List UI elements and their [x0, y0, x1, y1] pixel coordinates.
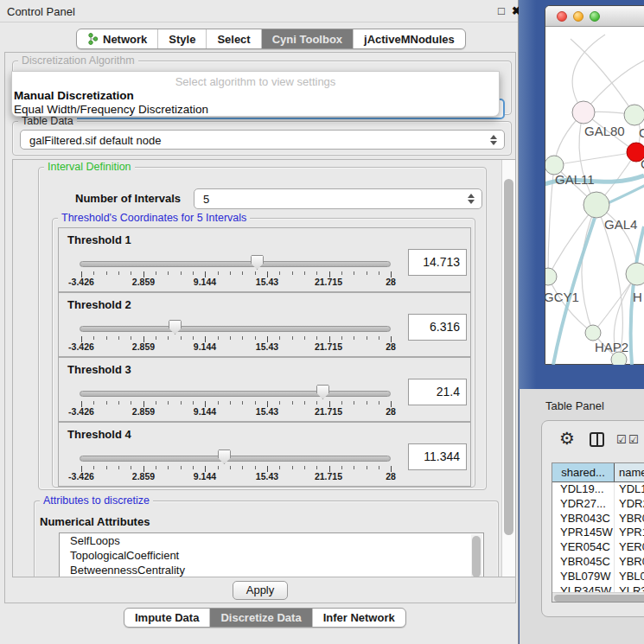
tab-network[interactable]: Network [77, 29, 158, 48]
table-horizontal-scrollbar[interactable] [552, 592, 644, 602]
threshold-2-value-field[interactable]: 6.316 [408, 314, 467, 341]
node-hap2[interactable] [585, 325, 601, 341]
checkbox-icon[interactable]: ☑ [628, 433, 639, 446]
dropdown-option-equal-width[interactable]: Equal Width/Frequency Discretization [14, 103, 208, 116]
threshold-3-value-field[interactable]: 21.4 [408, 379, 467, 405]
thresholds-title: Threshold's Coordinates for 5 Intervals [58, 212, 250, 224]
number-of-intervals-value: 5 [203, 193, 209, 206]
tick-labels: -3.426 2.859 9.144 15.43 21.715 28 [59, 406, 470, 418]
cell: YDR2 [615, 497, 644, 512]
table-data-title: Table Data [18, 115, 77, 127]
minimize-traffic-light[interactable] [573, 11, 583, 22]
threshold-4-value-field[interactable]: 11.344 [408, 443, 467, 470]
tab-impute-data[interactable]: Impute Data [124, 609, 210, 627]
tab-style-label: Style [169, 33, 195, 46]
cell: YDR27... [552, 497, 615, 512]
gear-icon[interactable]: ⚙ [559, 428, 575, 449]
tick-label: 2.859 [132, 277, 155, 287]
node-label-c: C [641, 156, 644, 171]
tab-style[interactable]: Style [158, 29, 207, 48]
tab-discretize-data[interactable]: Discretize Data [210, 609, 312, 627]
tab-cyni-toolbox[interactable]: Cyni Toolbox [262, 29, 354, 48]
threshold-4-box: Threshold 4 -3.426 2.859 9.144 15.43 21.… [58, 422, 471, 487]
number-of-intervals-combobox[interactable]: 5 [194, 188, 482, 209]
tick-labels: -3.426 2.859 9.144 15.43 21.715 28 [59, 277, 470, 289]
node-gal4[interactable] [583, 192, 609, 218]
table-row[interactable]: YER054CYER0 [552, 540, 644, 555]
threshold-2-slider-thumb[interactable] [169, 320, 182, 335]
algorithm-dropdown-popup: Select algorithm to view settings Manual… [11, 71, 500, 117]
discretization-algorithm-title: Discretization Algorithm [18, 54, 138, 67]
float-window-icon[interactable]: □ [498, 4, 505, 17]
close-traffic-light[interactable] [557, 11, 567, 22]
threshold-3-slider-thumb[interactable] [316, 385, 329, 399]
tick-label: 21.715 [315, 471, 342, 481]
threshold-1-slider-track[interactable] [80, 261, 391, 267]
list-item[interactable]: BetweennessCentrality [60, 563, 483, 577]
network-canvas[interactable]: GAL80 GA C GAL11 GAL4 GCY1 H HAP2 [545, 26, 644, 365]
tick-label: 2.859 [132, 341, 155, 352]
settings-vertical-scrollbar[interactable] [501, 160, 515, 577]
apply-button[interactable]: Apply [233, 581, 288, 600]
threshold-4-slider-track[interactable] [80, 456, 391, 462]
table-row[interactable]: YDL19...YDL1 [552, 482, 644, 497]
threshold-4-slider-thumb[interactable] [218, 450, 231, 464]
threshold-2-label: Threshold 2 [67, 298, 131, 311]
column-header-shared[interactable]: shared... [552, 463, 615, 481]
control-panel-titlebar: Control Panel □ ✖ [0, 0, 518, 22]
list-item[interactable]: SelfLoops [60, 533, 483, 548]
node-label-ga: GA [639, 125, 644, 140]
tick-label: -3.426 [68, 341, 94, 352]
tick-label: 15.43 [256, 341, 278, 352]
table-row[interactable]: YPR145WYPR1 [552, 526, 644, 540]
list-item[interactable]: TopologicalCoefficient [60, 548, 483, 563]
node-h[interactable] [626, 263, 644, 285]
dropdown-prompt-option[interactable]: Select algorithm to view settings [12, 75, 499, 88]
table-row[interactable]: YBR043CYBR0 [552, 512, 644, 526]
settings-scroll-pane: Interval Definition Number of Intervals … [12, 159, 516, 577]
tick-label: 28 [386, 471, 396, 481]
table-data-combobox[interactable]: galFiltered.sif default node [20, 130, 505, 150]
cell: YER0 [615, 540, 644, 555]
tick-label: 2.859 [132, 471, 155, 481]
node-label-gal11: GAL11 [555, 172, 595, 187]
combo-arrows-icon [468, 194, 475, 204]
threshold-2-box: Threshold 2 -3.426 2.859 9.144 15.43 21.… [58, 292, 471, 357]
threshold-3-slider-track[interactable] [80, 391, 391, 397]
dropdown-option-manual[interactable]: Manual Discretization [14, 89, 134, 102]
node-top-right[interactable] [624, 105, 644, 125]
numerical-attributes-label: Numerical Attributes [40, 515, 150, 528]
table-data-selected: galFiltered.sif default node [29, 134, 161, 147]
table-row[interactable]: YBR045CYBR0 [552, 555, 644, 570]
table-row[interactable]: YDR27...YDR2 [552, 497, 644, 512]
node-gcy1[interactable] [545, 268, 557, 285]
cell: YBR045C [552, 555, 615, 570]
cell: YBL079W [552, 570, 615, 584]
bottom-tab-bar: Impute Data Discretize Data Infer Networ… [124, 608, 406, 628]
node-gal80[interactable] [572, 101, 595, 124]
threshold-1-box: Threshold 1 -3.426 2.859 9.144 15.43 21.… [58, 227, 471, 292]
threshold-1-slider-thumb[interactable] [251, 255, 264, 270]
tick-label: 21.715 [315, 277, 342, 287]
threshold-1-label: Threshold 1 [67, 233, 131, 246]
columns-icon[interactable] [590, 432, 604, 447]
thresholds-group: Threshold's Coordinates for 5 Intervals … [52, 218, 475, 488]
threshold-1-value-field[interactable]: 14.713 [408, 249, 467, 276]
list-scrollbar[interactable] [471, 534, 482, 577]
attributes-title: Attributes to discretize [40, 494, 153, 507]
zoom-traffic-light[interactable] [590, 11, 600, 22]
cell: YER054C [552, 540, 615, 555]
network-icon [87, 33, 99, 45]
checkbox-icon[interactable]: ☑ [616, 433, 627, 446]
tab-infer-network-label: Infer Network [323, 611, 395, 624]
tab-jactivemnodules[interactable]: jActiveMNodules [354, 29, 465, 48]
node-label-h: H [633, 290, 642, 304]
table-data-group: Table Data galFiltered.sif default node [12, 121, 512, 156]
cell: YBR043C [552, 512, 615, 526]
column-header-name[interactable]: name [615, 463, 644, 481]
tab-infer-network[interactable]: Infer Network [313, 609, 405, 627]
threshold-2-slider-track[interactable] [80, 326, 391, 332]
tab-select[interactable]: Select [207, 29, 261, 48]
cell: YBR0 [615, 555, 644, 570]
table-row[interactable]: YBL079WYBL0 [552, 570, 644, 584]
